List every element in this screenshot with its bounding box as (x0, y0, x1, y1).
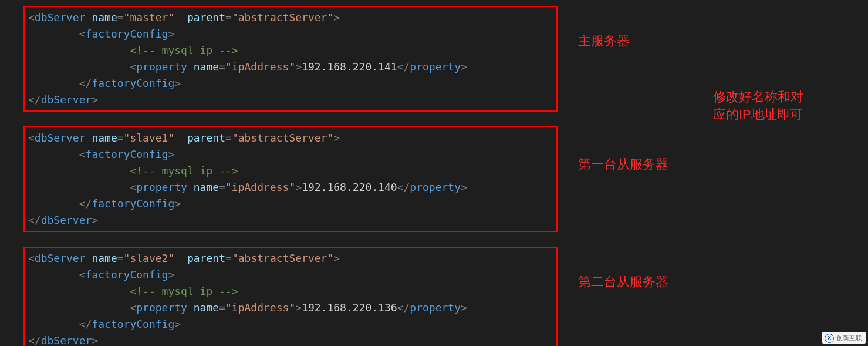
code-line: <!-- mysql ip --> (28, 42, 553, 59)
root-canvas: <dbServer name="master" parent="abstract… (0, 0, 868, 346)
code-line: <factoryConfig> (28, 267, 553, 283)
code-line: <dbServer name="slave2" parent="abstract… (28, 250, 553, 267)
watermark-text: 创新互联 (836, 334, 862, 341)
code-line: </dbServer> (28, 332, 553, 346)
code-line: <property name="ipAddress">192.168.220.1… (28, 59, 553, 75)
annotation-master: 主服务器 (578, 32, 630, 50)
code-line: <dbServer name="slave1" parent="abstract… (28, 130, 553, 146)
code-line: <factoryConfig> (28, 26, 553, 42)
logo-icon: X (825, 334, 834, 343)
code-line: <factoryConfig> (28, 146, 553, 163)
code-line: </dbServer> (28, 92, 553, 108)
annotation-slave1: 第一台从服务器 (578, 156, 668, 173)
code-line: </dbServer> (28, 212, 553, 229)
watermark-badge: X 创新互联 (822, 332, 866, 344)
code-line: </factoryConfig> (28, 75, 553, 92)
code-line: <property name="ipAddress">192.168.220.1… (28, 300, 553, 316)
code-block-slave1: <dbServer name="slave1" parent="abstract… (23, 126, 558, 232)
code-line: </factoryConfig> (28, 196, 553, 212)
annotation-slave2: 第二台从服务器 (578, 273, 668, 291)
code-line: <!-- mysql ip --> (28, 283, 553, 300)
annotation-side-note: 修改好名称和对 应的IP地址即可 (713, 88, 803, 123)
code-line: <!-- mysql ip --> (28, 163, 553, 179)
code-line: </factoryConfig> (28, 316, 553, 332)
code-block-master: <dbServer name="master" parent="abstract… (23, 6, 558, 112)
code-line: <property name="ipAddress">192.168.220.1… (28, 179, 553, 196)
code-block-slave2: <dbServer name="slave2" parent="abstract… (23, 247, 558, 346)
code-line: <dbServer name="master" parent="abstract… (28, 9, 553, 26)
